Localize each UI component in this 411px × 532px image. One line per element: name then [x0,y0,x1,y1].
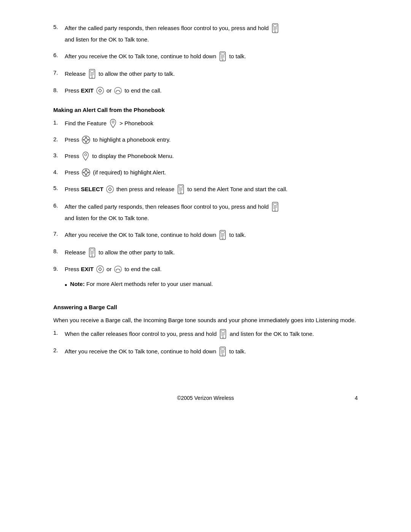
item-content: Press EXIT or to end the call. [65,265,162,274]
select-softkey-icon [106,185,114,193]
svg-rect-49 [220,230,226,240]
svg-point-17 [91,77,93,78]
svg-point-60 [91,255,93,257]
item-content: Press (if required) to highlight Alert. [65,168,166,177]
list-item: 2. Press to highlight a phonebook entry. [53,135,358,144]
item-number: 2. [53,346,65,355]
svg-marker-35 [88,171,90,174]
svg-point-5 [274,31,276,32]
item-content: After the called party responds, then re… [65,23,358,44]
list-item: 6. After you receive the OK to Talk tone… [53,51,358,62]
barge-intro: When you receive a Barge call, the Incom… [53,316,358,325]
item-content: Press to display the Phonebook Menu. [65,151,174,161]
ptt-icon [88,69,96,79]
svg-rect-43 [272,202,278,211]
svg-line-63 [116,270,117,271]
svg-rect-12 [89,69,95,78]
svg-marker-25 [85,136,88,138]
item-number: 8. [53,247,65,256]
item-number: 6. [53,201,65,210]
item-content: After the called party responds, then re… [65,201,358,223]
list-item: 1. When the caller releases floor contro… [53,329,358,339]
list-item: 8. Press EXIT or to end the call. [53,86,358,95]
item-content: After you receive the OK to Talk tone, c… [65,346,246,357]
item-content: Release to allow the other party to talk… [65,69,175,79]
item-text: to display the Phonebook Menu. [92,152,174,161]
softkey-icon [96,265,104,273]
alert-list: 1. Find the Feature > Phonebook 2. Press [53,118,358,274]
note-item: • Note: For more Alert methods refer to … [65,281,358,290]
svg-rect-38 [179,186,183,188]
item-text: After you receive the OK to Talk tone, c… [65,52,216,61]
item-number: 8. [53,86,65,95]
svg-point-42 [180,192,182,193]
list-item: 5. Press SELECT then press and release [53,184,358,195]
svg-point-24 [85,138,88,141]
item-content: Press SELECT then press and release to s… [65,184,288,195]
ptt-icon [218,346,227,357]
item-text: and listen for the OK to Talk tone. [229,329,314,339]
nav-icon [81,168,91,177]
item-text: and listen for the OK to Talk tone. [65,35,149,44]
item-number: 1. [53,329,65,337]
item-text: When the caller releases floor control t… [65,329,217,339]
ptt-icon [219,329,227,339]
item-text: to highlight a phonebook entry. [93,135,170,144]
item-text: Find the Feature [65,119,107,128]
item-number: 1. [53,118,65,127]
item-text: to end the call. [124,86,162,95]
item-text: After the called party responds, then re… [65,24,269,33]
item-number: 9. [53,265,65,273]
svg-rect-50 [221,232,225,234]
item-text: > Phonebook [119,119,153,128]
svg-point-76 [222,355,223,356]
list-item: 7. Release to allow the other party to t… [53,69,358,79]
item-text: to end the call. [124,265,162,274]
item-number: 7. [53,69,65,77]
svg-point-61 [97,266,104,273]
item-number: 2. [53,135,65,144]
list-item: 1. Find the Feature > Phonebook [53,118,358,128]
list-item: 4. Press (if required) to highlight Aler… [53,168,358,177]
svg-point-48 [274,209,276,211]
item-text: or [107,86,112,95]
svg-rect-7 [221,53,225,55]
item-text: Press [65,135,79,144]
item-text: Press [65,168,79,177]
svg-point-70 [223,337,224,339]
end-call-icon [114,86,122,95]
item-text: Press EXIT [65,86,94,95]
item-content: Press to highlight a phonebook entry. [65,135,170,144]
svg-rect-1 [273,25,277,27]
svg-rect-55 [89,248,95,257]
nav-icon [81,135,91,144]
svg-rect-66 [221,331,225,333]
item-text: After you receive the OK to Talk tone, c… [65,347,216,356]
feature-icon [81,151,90,161]
item-text: to talk. [229,230,246,240]
page-content: 5. After the called party responds, then… [53,23,358,401]
svg-rect-13 [90,70,94,73]
item-number: 5. [53,23,65,32]
copyright-text: ©2005 Verizon Wireless [177,395,234,401]
list-item: 8. Release to allow the other party to t… [53,247,358,258]
item-content: Find the Feature > Phonebook [65,118,153,128]
svg-rect-56 [90,249,94,251]
item-content: Press EXIT or to end the call. [65,86,162,95]
end-call-icon [114,265,122,273]
note-text: Note: For more Alert methods refer to yo… [70,281,213,287]
page-footer: ©2005 Verizon Wireless 4 [53,395,358,401]
svg-point-18 [97,87,104,94]
list-item: 9. Press EXIT or to end the call. [53,265,358,274]
svg-point-11 [222,59,223,61]
item-text: to allow the other party to talk. [99,69,175,78]
svg-rect-6 [220,52,226,61]
item-content: After you receive the OK to Talk tone, c… [65,230,246,240]
item-text: and listen for the OK to Talk tone. [65,214,149,223]
svg-rect-65 [220,329,226,339]
item-text: Press EXIT [65,265,94,274]
list-item: 7. After you receive the OK to Talk tone… [53,230,358,240]
ptt-icon [218,51,227,62]
svg-line-21 [119,91,120,92]
svg-point-54 [222,238,223,239]
